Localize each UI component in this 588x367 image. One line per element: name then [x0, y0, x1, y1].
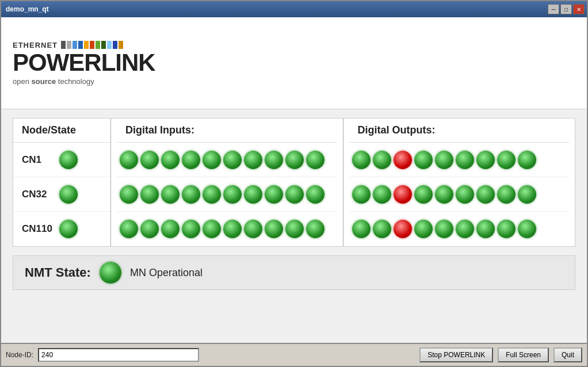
- cn1-output-led-8: [497, 151, 516, 169]
- cn32-input-led-2: [140, 185, 159, 204]
- node-id-input[interactable]: [38, 348, 199, 362]
- cn110-label: CN110: [22, 223, 54, 235]
- cn110-output-led-1: [352, 220, 371, 238]
- fullscreen-button[interactable]: Full Screen: [498, 347, 549, 362]
- cn32-output-led-5: [435, 185, 453, 204]
- color-bar-4: [78, 41, 83, 49]
- cn110-inputs-row: [117, 212, 337, 246]
- cn1-input-led-4: [182, 151, 200, 169]
- color-bar-11: [119, 41, 123, 49]
- cn1-input-led-2: [140, 151, 159, 169]
- cn1-input-led-3: [161, 151, 180, 169]
- cn110-input-led-1: [120, 220, 138, 238]
- titlebar: demo_mn_qt ─ □ ✕: [1, 1, 587, 17]
- cn110-input-led-3: [161, 220, 180, 238]
- cn1-output-led-7: [476, 151, 495, 169]
- main-section: Node/State CN1 CN32 CN110: [1, 109, 587, 343]
- tagline-bold: source: [32, 77, 56, 86]
- tagline-plain: open: [13, 77, 32, 86]
- cn110-input-led-2: [140, 220, 159, 238]
- cn32-output-led-2: [373, 185, 391, 204]
- window-controls: ─ □ ✕: [548, 4, 585, 14]
- cn110-output-led-9: [518, 220, 536, 238]
- color-bars: [61, 41, 123, 49]
- cn32-input-led-9: [285, 185, 304, 204]
- node-row-cn110: CN110: [13, 212, 110, 246]
- nmt-label: NMT State:: [25, 265, 91, 280]
- cn32-label: CN32: [22, 189, 54, 200]
- cn1-inputs-row: [117, 143, 337, 177]
- cn1-output-led-1: [352, 151, 371, 169]
- powerlink-label: POWERLINK: [13, 51, 155, 75]
- cn32-outputs-row: [349, 177, 570, 212]
- color-bar-8: [101, 41, 106, 49]
- color-bar-5: [84, 41, 89, 49]
- color-bar-10: [113, 41, 117, 49]
- cn32-input-led-5: [203, 185, 221, 204]
- cn32-output-led-6: [456, 185, 474, 204]
- cn1-output-led-6: [456, 151, 474, 169]
- cn110-output-led-6: [456, 220, 474, 238]
- color-bar-7: [96, 41, 100, 49]
- window-title: demo_mn_qt: [6, 5, 49, 13]
- col-inputs: Digital Inputs:: [111, 118, 343, 246]
- cn1-output-led-3: [394, 151, 412, 169]
- cn1-output-led-5: [435, 151, 453, 169]
- cn110-output-led-4: [414, 220, 433, 238]
- cn1-input-led-9: [285, 151, 304, 169]
- cn110-output-led-7: [476, 220, 495, 238]
- quit-button[interactable]: Quit: [553, 347, 582, 362]
- cn1-outputs-row: [349, 143, 570, 177]
- nmt-led: [100, 262, 121, 284]
- cn1-state-led: [59, 151, 78, 169]
- cn110-output-led-3: [394, 220, 412, 238]
- cn32-state-led: [59, 185, 78, 204]
- cn32-output-led-4: [414, 185, 433, 204]
- cn110-output-led-8: [497, 220, 516, 238]
- cn32-output-led-7: [476, 185, 495, 204]
- node-id-label: Node-ID:: [6, 351, 33, 359]
- logo-area: ETHERNET POWERLINK: [1, 17, 587, 109]
- cn32-input-led-6: [223, 185, 242, 204]
- cn110-outputs-row: [349, 212, 570, 246]
- cn110-input-led-6: [223, 220, 242, 238]
- content-area: ETHERNET POWERLINK: [1, 17, 587, 366]
- cn32-input-led-3: [161, 185, 180, 204]
- cn110-input-led-5: [203, 220, 221, 238]
- cn1-input-led-10: [306, 151, 324, 169]
- maximize-button[interactable]: □: [560, 4, 572, 14]
- cn32-input-led-4: [182, 185, 200, 204]
- cn1-output-led-4: [414, 151, 433, 169]
- col-node: Node/State CN1 CN32 CN110: [13, 118, 111, 246]
- ethernet-row: ETHERNET: [13, 41, 155, 49]
- tagline-end: technology: [56, 77, 94, 86]
- cn32-input-led-1: [120, 185, 138, 204]
- color-bar-6: [90, 41, 94, 49]
- color-bar-1: [61, 41, 66, 49]
- cn110-input-led-7: [244, 220, 262, 238]
- cn110-output-led-2: [373, 220, 391, 238]
- cn110-output-led-5: [435, 220, 453, 238]
- cn32-input-led-8: [265, 185, 283, 204]
- cn32-input-led-7: [244, 185, 262, 204]
- cn1-input-led-5: [203, 151, 221, 169]
- ethernet-label: ETHERNET: [13, 41, 58, 49]
- cn32-output-led-1: [352, 185, 371, 204]
- nmt-status-text: MN Operational: [130, 267, 203, 279]
- col-node-header: Node/State: [13, 118, 110, 143]
- cn1-input-led-1: [120, 151, 138, 169]
- cn32-inputs-row: [117, 177, 337, 212]
- stop-powerlink-button[interactable]: Stop POWERLINK: [419, 347, 493, 362]
- node-table: Node/State CN1 CN32 CN110: [13, 118, 575, 247]
- bottom-bar: Node-ID: Stop POWERLINK Full Screen Quit: [1, 343, 587, 366]
- color-bar-3: [72, 41, 77, 49]
- close-button[interactable]: ✕: [573, 4, 585, 14]
- cn1-input-led-8: [265, 151, 283, 169]
- minimize-button[interactable]: ─: [548, 4, 559, 14]
- color-bar-2: [67, 41, 71, 49]
- main-window: demo_mn_qt ─ □ ✕ ETHERNET: [0, 0, 588, 367]
- node-row-cn32: CN32: [13, 177, 110, 212]
- cn32-output-led-3: [394, 185, 412, 204]
- tagline: open source technology: [13, 77, 155, 86]
- cn1-output-led-9: [518, 151, 536, 169]
